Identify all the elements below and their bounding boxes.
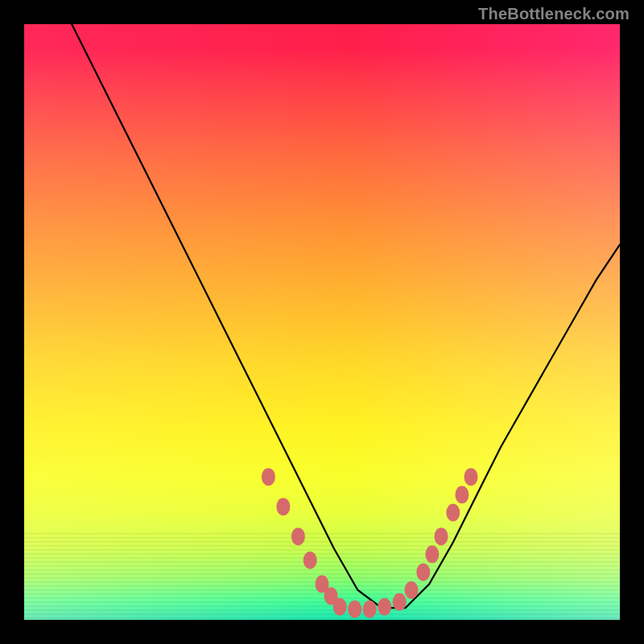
bottleneck-curve xyxy=(72,24,620,608)
plot-area xyxy=(24,24,620,620)
chart-frame: TheBottleneck.com xyxy=(0,0,644,644)
highlight-dot xyxy=(435,527,448,545)
watermark-label: TheBottleneck.com xyxy=(478,5,630,23)
highlight-dot xyxy=(464,468,478,485)
highlight-dot xyxy=(455,486,469,504)
highlight-dot xyxy=(333,598,347,616)
highlight-dots xyxy=(262,468,478,617)
highlight-dot xyxy=(262,468,275,485)
highlight-dot xyxy=(276,497,290,515)
chart-overlay xyxy=(24,24,620,620)
highlight-dot xyxy=(303,551,317,569)
highlight-dot xyxy=(405,581,419,599)
highlight-dot xyxy=(416,564,430,581)
highlight-dot xyxy=(425,546,439,564)
highlight-dot xyxy=(348,601,361,618)
highlight-dot xyxy=(393,593,407,611)
highlight-dot xyxy=(446,504,460,522)
highlight-dot xyxy=(378,598,391,616)
highlight-dot xyxy=(291,527,305,545)
highlight-dot xyxy=(363,601,377,618)
